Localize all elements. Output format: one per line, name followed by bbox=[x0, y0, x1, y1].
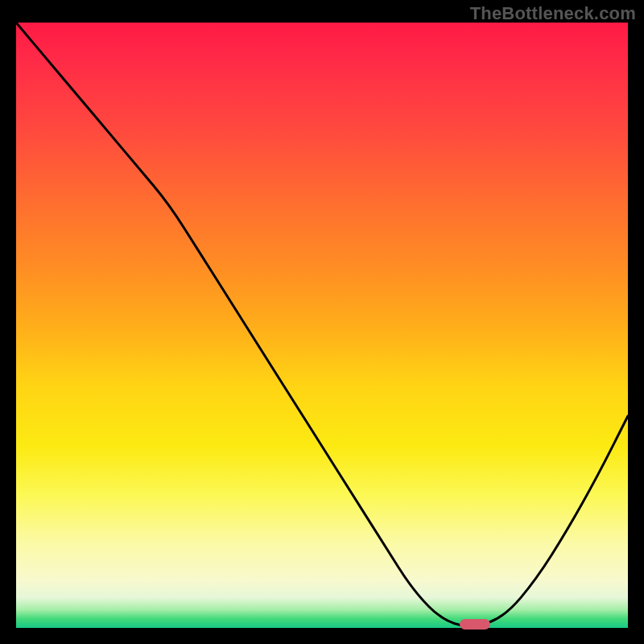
chart-frame: TheBottleneck.com bbox=[0, 0, 644, 644]
bottleneck-curve bbox=[16, 23, 628, 625]
chart-svg bbox=[16, 23, 628, 628]
plot-area bbox=[16, 23, 628, 628]
optimal-marker bbox=[460, 619, 490, 630]
watermark-text: TheBottleneck.com bbox=[470, 3, 636, 24]
